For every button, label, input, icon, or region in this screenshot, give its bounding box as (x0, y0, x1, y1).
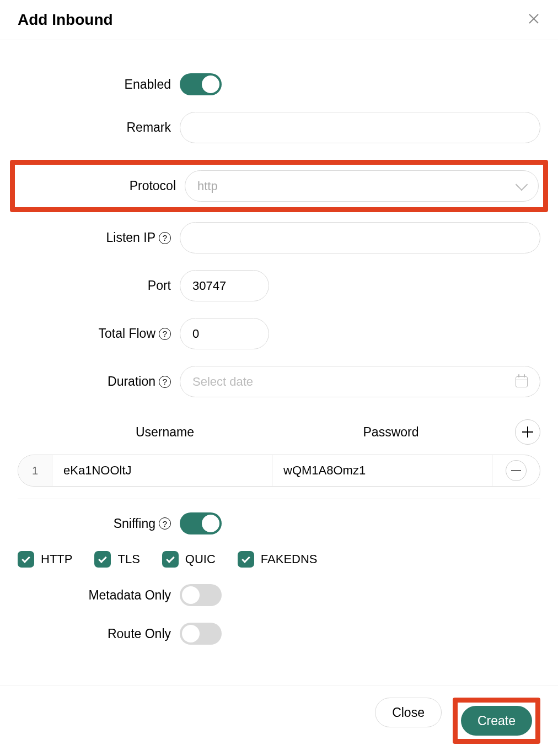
totalflow-row: Total Flow ? (18, 318, 540, 349)
route-only-row: Route Only (18, 623, 540, 645)
credential-index: 1 (18, 455, 52, 486)
enabled-label: Enabled (18, 77, 180, 92)
sniffing-row: Sniffing ? (18, 512, 540, 534)
modal-header: Add Inbound (0, 0, 558, 40)
duration-row: Duration ? Select date (18, 366, 540, 397)
port-label: Port (18, 278, 180, 293)
username-header: Username (52, 425, 278, 440)
add-inbound-modal: Add Inbound Enabled Remark Protocol http (0, 0, 558, 756)
route-only-toggle[interactable] (180, 623, 222, 645)
password-header: Password (278, 425, 504, 440)
create-button-highlight: Create (453, 698, 540, 744)
metadata-only-row: Metadata Only (18, 584, 540, 606)
calendar-icon (516, 376, 528, 387)
modal-body: Enabled Remark Protocol http Listen IP ? (0, 40, 558, 685)
port-input[interactable] (180, 270, 269, 301)
help-icon[interactable]: ? (159, 517, 171, 530)
close-button[interactable]: Close (375, 698, 442, 727)
protocol-value: http (197, 179, 218, 193)
duration-datepicker[interactable]: Select date (180, 366, 540, 397)
metadata-only-toggle[interactable] (180, 584, 222, 606)
metadata-only-label: Metadata Only (18, 588, 180, 603)
chevron-down-icon (516, 178, 528, 191)
route-only-label: Route Only (18, 627, 180, 641)
sniffing-toggle[interactable] (180, 512, 222, 534)
help-icon[interactable]: ? (159, 328, 171, 340)
checkbox-icon (18, 551, 34, 568)
add-credential-button[interactable] (515, 419, 540, 445)
checkbox-icon (238, 551, 254, 568)
credential-row: 1 eKa1NOOltJ wQM1A8Omz1 (18, 455, 540, 487)
protocol-row-highlight: Protocol http (10, 160, 548, 212)
checkbox-icon (162, 551, 179, 568)
divider (18, 499, 540, 499)
credentials-header: Username Password (18, 419, 540, 445)
listenip-input[interactable] (180, 222, 540, 253)
duration-placeholder: Select date (192, 375, 253, 389)
close-icon[interactable] (527, 12, 540, 28)
check-fakedns[interactable]: FAKEDNS (238, 551, 318, 568)
modal-footer: Close Create (0, 685, 558, 756)
credential-password[interactable]: wQM1A8Omz1 (272, 455, 492, 486)
checkbox-icon (94, 551, 111, 568)
protocol-label: Protocol (19, 179, 185, 193)
listenip-row: Listen IP ? (18, 222, 540, 253)
plus-icon (522, 426, 533, 438)
check-tls[interactable]: TLS (94, 551, 140, 568)
check-http[interactable]: HTTP (18, 551, 72, 568)
credential-username[interactable]: eKa1NOOltJ (52, 455, 272, 486)
remark-label: Remark (18, 120, 180, 135)
duration-label: Duration ? (18, 374, 180, 389)
totalflow-label: Total Flow ? (18, 326, 180, 341)
create-button[interactable]: Create (461, 706, 532, 736)
help-icon[interactable]: ? (159, 232, 171, 244)
totalflow-input[interactable] (180, 318, 269, 349)
sniffing-label: Sniffing ? (18, 516, 180, 531)
minus-icon (511, 470, 521, 471)
listenip-label: Listen IP ? (18, 230, 180, 245)
remark-row: Remark (18, 112, 540, 143)
remove-credential-button[interactable] (506, 460, 527, 481)
protocol-select[interactable]: http (185, 170, 539, 202)
sniffing-protocols: HTTP TLS QUIC FAKEDNS (18, 551, 540, 568)
enabled-toggle[interactable] (180, 73, 222, 95)
enabled-row: Enabled (18, 73, 540, 95)
check-quic[interactable]: QUIC (162, 551, 216, 568)
help-icon[interactable]: ? (159, 376, 171, 388)
remark-input[interactable] (180, 112, 540, 143)
modal-title: Add Inbound (18, 11, 113, 29)
port-row: Port (18, 270, 540, 301)
